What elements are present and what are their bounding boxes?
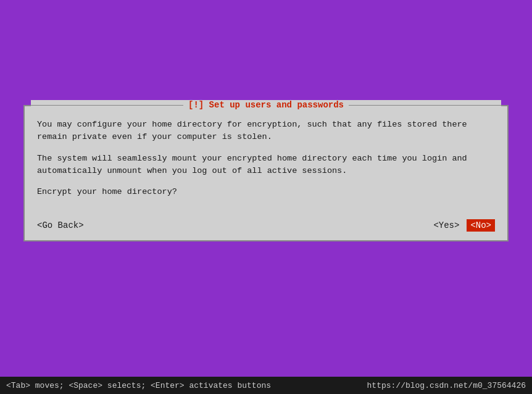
dialog-title-bar: [!] Set up users and passwords: [31, 100, 501, 110]
question-text: Encrypt your home directory?: [37, 186, 495, 198]
yes-button[interactable]: <Yes>: [433, 220, 459, 230]
dialog-buttons-bar: <Go Back> <Yes> <No>: [25, 219, 507, 240]
status-bar: <Tab> moves; <Space> selects; <Enter> ac…: [0, 377, 532, 394]
status-bar-right-text: https://blog.csdn.net/m0_37564426: [367, 381, 526, 390]
paragraph2: The system will seamlessly mount your en…: [37, 153, 495, 178]
no-button[interactable]: <No>: [467, 219, 495, 232]
title-line-left: [31, 105, 183, 106]
go-back-button[interactable]: <Go Back>: [37, 220, 84, 230]
status-bar-left-text: <Tab> moves; <Space> selects; <Enter> ac…: [6, 381, 271, 390]
paragraph1: You may configure your home directory fo…: [37, 119, 495, 144]
title-line-right: [349, 105, 501, 106]
dialog-box: [!] Set up users and passwords You may c…: [23, 105, 509, 241]
dialog-title: [!] Set up users and passwords: [183, 100, 349, 110]
dialog-content: You may configure your home directory fo…: [25, 116, 507, 219]
